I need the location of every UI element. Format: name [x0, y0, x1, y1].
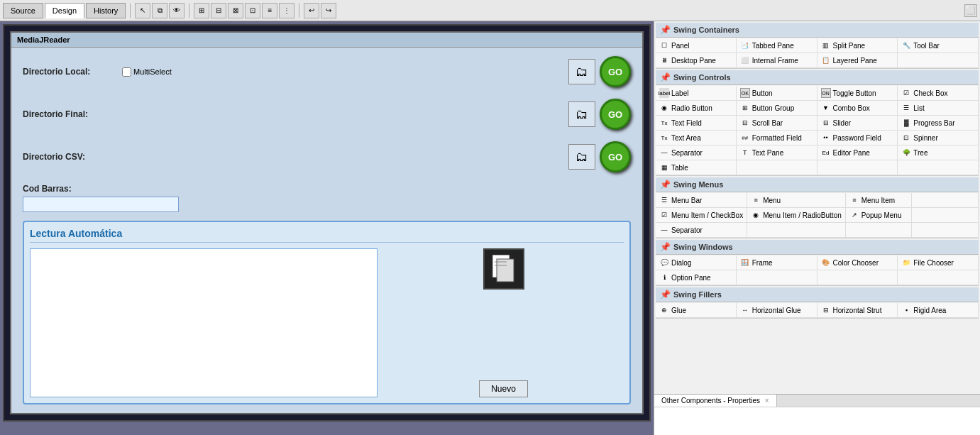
right-panel: 📌 Swing Containers ☐Panel 📑Tabbed Pane ▥… [654, 21, 980, 435]
comp-panel[interactable]: ☐Panel [656, 38, 737, 53]
bottom-tab-properties[interactable]: Other Components - Properties × [654, 395, 777, 407]
toolbar-separator-2 [189, 4, 189, 18]
distribute-h-icon[interactable]: ≡ [262, 3, 277, 18]
go-btn-csv[interactable]: GO [600, 141, 631, 172]
tab-design[interactable]: Design [45, 3, 84, 18]
text-pane-icon: T [740, 148, 750, 158]
comp-menu-item-radio[interactable]: ◉Menu Item / RadioButton [747, 208, 846, 223]
comp-desktop-pane[interactable]: 🖥Desktop Pane [656, 53, 737, 68]
file-chooser-icon: 📁 [901, 258, 911, 268]
comp-password-field[interactable]: ••Password Field [817, 131, 898, 145]
radio-button-icon: ◉ [659, 103, 669, 113]
multiselect-checkbox[interactable] [122, 67, 131, 77]
comp-empty-5 [912, 193, 979, 208]
cursor-tool-icon[interactable]: ↖ [135, 3, 150, 18]
comp-tree[interactable]: 🌳Tree [898, 145, 979, 160]
comp-horizontal-glue[interactable]: ↔Horizontal Glue [737, 303, 817, 318]
comp-internal-frame[interactable]: ⬜Internal Frame [737, 53, 817, 68]
align-left-icon[interactable]: ⊞ [194, 3, 209, 18]
comp-slider[interactable]: ⊟Slider [817, 116, 898, 131]
comp-combo-box[interactable]: ▼Combo Box [817, 101, 898, 116]
bottom-tab-close-btn[interactable]: × [765, 397, 769, 404]
align-right-icon[interactable]: ⊡ [245, 3, 260, 18]
comp-menu-separator[interactable]: —Separator [656, 223, 747, 238]
comp-spinner[interactable]: ⊡Spinner [898, 131, 979, 145]
comp-tool-bar[interactable]: 🔧Tool Bar [898, 38, 979, 53]
comp-glue[interactable]: ⊕Glue [656, 303, 737, 318]
comp-label[interactable]: labelLabel [656, 86, 737, 101]
section-label-fillers: Swing Fillers [673, 290, 722, 299]
app-content: Directorio Local: MultiSelect 🗂 GO [11, 48, 642, 413]
section-swing-windows: 📌 Swing Windows [656, 240, 979, 255]
lectura-textarea[interactable] [30, 248, 378, 397]
comp-separator[interactable]: —Separator [656, 145, 737, 160]
comp-popup-menu[interactable]: ↗Popup Menu [846, 208, 913, 223]
glue-icon: ⊕ [659, 305, 669, 315]
go-btn-local[interactable]: GO [600, 56, 631, 87]
comp-check-box[interactable]: ☑Check Box [898, 86, 979, 101]
go-btn-final[interactable]: GO [600, 99, 631, 130]
comp-list[interactable]: ☰List [898, 101, 979, 116]
toolbar-separator [130, 4, 131, 18]
comp-menu[interactable]: ≡Menu [747, 193, 846, 208]
nuevo-btn[interactable]: Nuevo [479, 380, 528, 397]
comp-menu-item-checkbox[interactable]: ☑Menu Item / CheckBox [656, 208, 747, 223]
comp-tabbed-pane[interactable]: 📑Tabbed Pane [737, 38, 817, 53]
comp-text-pane[interactable]: TText Pane [737, 145, 817, 160]
align-center-v-icon[interactable]: ⊠ [228, 3, 243, 18]
comp-formatted-field[interactable]: ##Formatted Field [737, 131, 817, 145]
redo-icon[interactable]: ↪ [321, 3, 336, 18]
comp-rigid-area[interactable]: ▪Rigid Area [898, 303, 979, 318]
comp-text-field[interactable]: TxText Field [656, 116, 737, 131]
list-icon: ☰ [901, 103, 911, 113]
tab-source[interactable]: Source [3, 3, 43, 18]
barcode-input[interactable] [23, 197, 179, 212]
comp-progress-bar[interactable]: ▓Progress Bar [898, 116, 979, 131]
copy-icon[interactable]: ⧉ [152, 3, 167, 18]
comp-option-pane[interactable]: ℹOption Pane [656, 270, 737, 285]
comp-color-chooser[interactable]: 🎨Color Chooser [817, 255, 898, 270]
comp-table[interactable]: ▦Table [656, 160, 737, 175]
comp-split-pane[interactable]: ▥Split Pane [817, 38, 898, 53]
distribute-v-icon[interactable]: ⋮ [279, 3, 294, 18]
multiselect-checkbox-label[interactable]: MultiSelect [122, 67, 568, 77]
folder-btn-local[interactable]: 🗂 [568, 59, 595, 84]
comp-scroll-bar[interactable]: ⊟Scroll Bar [737, 116, 817, 131]
comp-empty-4 [898, 160, 979, 175]
comp-dialog[interactable]: 💬Dialog [656, 255, 737, 270]
folder-btn-csv[interactable]: 🗂 [568, 144, 595, 170]
comp-radio-button[interactable]: ◉Radio Button [656, 101, 737, 116]
preview-icon[interactable]: 👁 [169, 3, 185, 18]
field-actions-local: 🗂 GO [568, 56, 631, 87]
spinner-icon: ⊡ [901, 133, 911, 143]
section-swing-fillers: 📌 Swing Fillers [656, 287, 979, 302]
comp-toggle-button[interactable]: ONToggle Button [817, 86, 898, 101]
align-center-h-icon[interactable]: ⊟ [211, 3, 226, 18]
tab-history[interactable]: History [86, 3, 126, 18]
comp-horizontal-strut[interactable]: ⊟Horizontal Strut [817, 303, 898, 318]
pin-icon-containers: 📌 [660, 25, 671, 35]
undo-icon[interactable]: ↩ [304, 3, 319, 18]
bottom-tabs: Other Components - Properties × [654, 394, 980, 407]
lectura-panel: Lectura Automática [23, 221, 631, 404]
rigid-area-icon: ▪ [901, 305, 911, 315]
comp-button-group[interactable]: ⊞Button Group [737, 101, 817, 116]
popup-menu-icon: ↗ [849, 210, 859, 220]
comp-menu-bar[interactable]: ☰Menu Bar [656, 193, 747, 208]
folder-btn-final[interactable]: 🗂 [568, 101, 595, 127]
doc-icon-btn[interactable] [483, 248, 524, 290]
comp-frame[interactable]: 🪟Frame [737, 255, 817, 270]
menu-item-checkbox-icon: ☑ [659, 210, 669, 220]
separator-icon: — [659, 148, 669, 158]
scroll-bar-icon: ⊟ [740, 118, 750, 128]
slider-icon: ⊟ [821, 118, 831, 128]
expand-icon[interactable]: ⬜ [964, 4, 977, 17]
comp-text-area[interactable]: TxText Area [656, 131, 737, 145]
comp-button[interactable]: OKButton [737, 86, 817, 101]
fillers-grid: ⊕Glue ↔Horizontal Glue ⊟Horizontal Strut… [656, 303, 979, 319]
comp-menu-item[interactable]: ≡Menu Item [846, 193, 913, 208]
comp-editor-pane[interactable]: EdEditor Pane [817, 145, 898, 160]
comp-file-chooser[interactable]: 📁File Chooser [898, 255, 979, 270]
comp-layered-pane[interactable]: 📋Layered Pane [817, 53, 898, 68]
section-swing-containers: 📌 Swing Containers [656, 23, 979, 38]
